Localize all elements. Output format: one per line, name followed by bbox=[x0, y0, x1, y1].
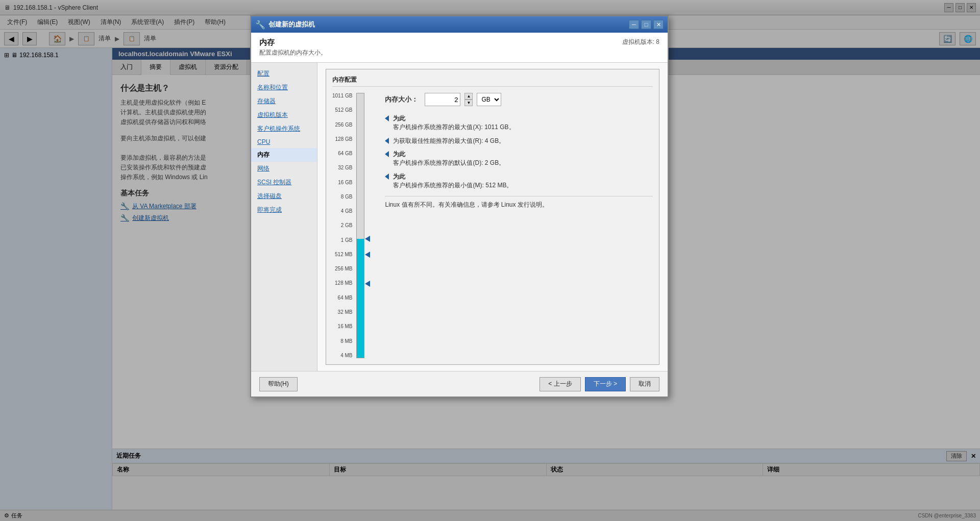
mem-note-min: 为此 客户机操作系统推荐的最小值(M): 512 MB。 bbox=[385, 172, 653, 190]
slider-labels: 1011 GB 512 GB 256 GB 128 GB 64 GB 32 GB… bbox=[332, 93, 352, 358]
label-2gb: 2 GB bbox=[332, 222, 352, 228]
modal-title-left: 🔧 创建新的虚拟机 bbox=[255, 20, 315, 30]
spinner-up[interactable]: ▲ bbox=[464, 93, 473, 100]
mem-notes: 为此 客户机操作系统推荐的最大值(X): 1011 GB。 为获取最佳性能推荐的… bbox=[385, 114, 653, 190]
label-32gb: 32 GB bbox=[332, 165, 352, 170]
mem-size-input[interactable] bbox=[425, 93, 460, 106]
label-512gb: 512 GB bbox=[332, 107, 352, 113]
mem-note-default: 为此 客户机操作系统推荐的默认值(D): 2 GB。 bbox=[385, 150, 653, 167]
spinner-down[interactable]: ▼ bbox=[464, 100, 473, 106]
modal-footer: 帮助(H) < 上一步 下一步 > 取消 bbox=[251, 371, 668, 396]
back-button-modal[interactable]: < 上一步 bbox=[540, 377, 580, 391]
memory-config-box: 内存配置 1011 GB 512 GB 256 GB 128 GB 64 GB bbox=[326, 69, 659, 365]
footer-left: 帮助(H) bbox=[259, 377, 298, 391]
mem-note-best-perf: 为获取最佳性能推荐的最大值(R): 4 GB。 bbox=[385, 137, 653, 145]
label-512mb: 512 MB bbox=[332, 252, 352, 257]
mem-size-row: 内存大小： ▲ ▼ MB GB bbox=[385, 93, 653, 106]
modal-title-text: 创建新的虚拟机 bbox=[268, 20, 315, 29]
note4-text: 客户机操作系统推荐的最小值(M): 512 MB。 bbox=[393, 182, 512, 189]
label-16gb: 16 GB bbox=[332, 180, 352, 185]
nav-item-cpu[interactable]: CPU bbox=[251, 136, 317, 148]
arrow-icon-4 bbox=[385, 173, 389, 180]
label-32mb: 32 MB bbox=[332, 309, 352, 315]
modal-title-bar: 🔧 创建新的虚拟机 ─ □ ✕ bbox=[251, 16, 668, 33]
mem-linux-note: Linux 值有所不同。有关准确信息，请参考 Linux 发行说明。 bbox=[385, 196, 653, 209]
help-button[interactable]: 帮助(H) bbox=[259, 377, 298, 391]
memory-inner: 1011 GB 512 GB 256 GB 128 GB 64 GB 32 GB… bbox=[332, 93, 653, 358]
modal-header-info: 内存 配置虚拟机的内存大小。 bbox=[259, 38, 327, 57]
arrow-4gb bbox=[365, 236, 370, 242]
mem-note-max-os: 为此 客户机操作系统推荐的最大值(X): 1011 GB。 bbox=[385, 114, 653, 132]
arrow-512mb bbox=[365, 281, 370, 287]
memory-slider-track[interactable] bbox=[356, 93, 364, 358]
nav-item-scsi[interactable]: SCSI 控制器 bbox=[251, 176, 317, 189]
nav-item-finish[interactable]: 即将完成 bbox=[251, 203, 317, 217]
note1-text: 客户机操作系统推荐的最大值(X): 1011 GB。 bbox=[393, 123, 514, 131]
cancel-button[interactable]: 取消 bbox=[630, 377, 659, 391]
nav-item-guest-os[interactable]: 客户机操作系统 bbox=[251, 122, 317, 136]
modal-close-button[interactable]: ✕ bbox=[653, 20, 664, 29]
modal-title-icon: 🔧 bbox=[255, 20, 265, 30]
nav-item-disk[interactable]: 选择磁盘 bbox=[251, 189, 317, 203]
label-128gb: 128 GB bbox=[332, 136, 352, 142]
note3-prefix: 为此 bbox=[393, 150, 505, 159]
arrow-icon-1 bbox=[385, 115, 389, 121]
note1-prefix: 为此 bbox=[393, 114, 514, 123]
slider-container: 1011 GB 512 GB 256 GB 128 GB 64 GB 32 GB… bbox=[332, 93, 364, 358]
note-text-4: 为此 客户机操作系统推荐的最小值(M): 512 MB。 bbox=[393, 172, 512, 190]
mem-size-spinner: ▲ ▼ bbox=[464, 93, 473, 106]
label-16mb: 16 MB bbox=[332, 324, 352, 329]
create-vm-dialog: 🔧 创建新的虚拟机 ─ □ ✕ 内存 配置虚拟机的内存大小。 虚拟机版本: 8 … bbox=[250, 15, 669, 398]
modal-title-controls: ─ □ ✕ bbox=[629, 20, 664, 29]
label-64mb: 64 MB bbox=[332, 295, 352, 301]
label-1011gb: 1011 GB bbox=[332, 93, 352, 98]
slider-track-col bbox=[356, 93, 364, 358]
modal-overlay: 🔧 创建新的虚拟机 ─ □ ✕ 内存 配置虚拟机的内存大小。 虚拟机版本: 8 … bbox=[0, 0, 980, 521]
nav-item-storage[interactable]: 存储器 bbox=[251, 94, 317, 108]
linux-note-text: Linux 值有所不同。有关准确信息，请参考 Linux 发行说明。 bbox=[385, 201, 548, 208]
note4-prefix: 为此 bbox=[393, 172, 512, 181]
label-64gb: 64 GB bbox=[332, 151, 352, 156]
nav-item-name[interactable]: 名称和位置 bbox=[251, 81, 317, 94]
modal-body: 配置 名称和位置 存储器 虚拟机版本 客户机操作系统 CPU 内存 网络 SCS… bbox=[251, 63, 668, 371]
label-8gb: 8 GB bbox=[332, 194, 352, 200]
arrow-icon-2 bbox=[385, 138, 389, 144]
note-text-1: 为此 客户机操作系统推荐的最大值(X): 1011 GB。 bbox=[393, 114, 514, 132]
memory-config-title: 内存配置 bbox=[332, 76, 653, 87]
note-text-3: 为此 客户机操作系统推荐的默认值(D): 2 GB。 bbox=[393, 150, 505, 167]
label-256gb: 256 GB bbox=[332, 122, 352, 128]
nav-item-vm-version[interactable]: 虚拟机版本 bbox=[251, 108, 317, 122]
mem-unit-select[interactable]: MB GB bbox=[477, 93, 501, 106]
arrow-icon-3 bbox=[385, 151, 389, 157]
label-4gb: 4 GB bbox=[332, 208, 352, 214]
modal-nav: 配置 名称和位置 存储器 虚拟机版本 客户机操作系统 CPU 内存 网络 SCS… bbox=[251, 63, 317, 371]
note3-text: 客户机操作系统推荐的默认值(D): 2 GB。 bbox=[393, 159, 505, 166]
arrow-2gb bbox=[365, 252, 370, 258]
mem-size-label: 内存大小： bbox=[385, 95, 421, 104]
modal-maximize-button[interactable]: □ bbox=[641, 20, 651, 29]
modal-header-sub: 配置虚拟机的内存大小。 bbox=[259, 48, 327, 57]
footer-right: < 上一步 下一步 > 取消 bbox=[540, 377, 659, 391]
label-1gb: 1 GB bbox=[332, 237, 352, 243]
nav-item-config[interactable]: 配置 bbox=[251, 67, 317, 81]
note2-text: 为获取最佳性能推荐的最大值(R): 4 GB。 bbox=[393, 137, 505, 144]
modal-main: 内存配置 1011 GB 512 GB 256 GB 128 GB 64 GB bbox=[317, 63, 668, 371]
nav-item-network[interactable]: 网络 bbox=[251, 162, 317, 176]
modal-header-title: 内存 bbox=[259, 38, 327, 47]
vm-version: 虚拟机版本: 8 bbox=[622, 38, 659, 46]
label-256mb: 256 MB bbox=[332, 266, 352, 271]
memory-right-panel: 内存大小： ▲ ▼ MB GB bbox=[373, 93, 653, 358]
modal-header: 内存 配置虚拟机的内存大小。 虚拟机版本: 8 bbox=[251, 33, 668, 63]
modal-minimize-button[interactable]: ─ bbox=[629, 20, 639, 29]
nav-item-memory[interactable]: 内存 bbox=[251, 148, 317, 162]
next-button[interactable]: 下一步 > bbox=[585, 377, 626, 391]
label-4mb: 4 MB bbox=[332, 353, 352, 358]
label-128mb: 128 MB bbox=[332, 280, 352, 286]
label-8mb: 8 MB bbox=[332, 338, 352, 344]
note-text-2: 为获取最佳性能推荐的最大值(R): 4 GB。 bbox=[393, 137, 505, 145]
